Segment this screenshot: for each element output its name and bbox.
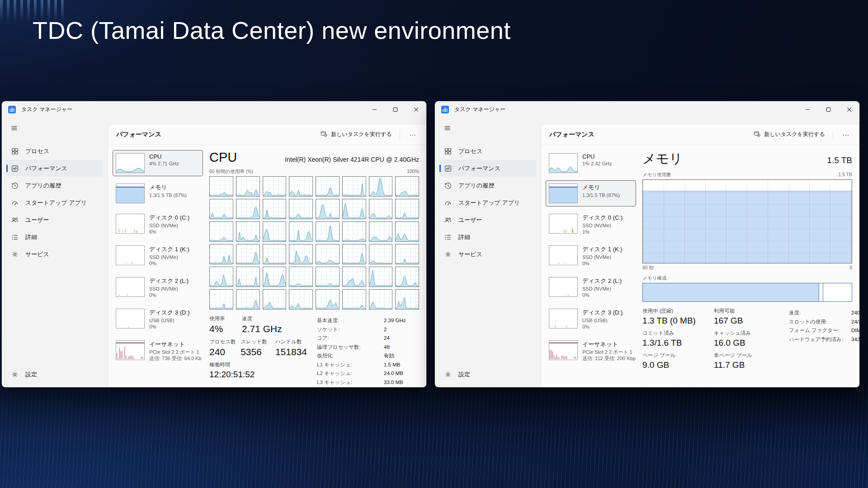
perf-list-item-disk0[interactable]: ディスク 0 (C:)SSD (NVMe)1% (546, 211, 636, 238)
perf-list-item-disk[interactable]: ディスク 2 (L:)SSD (NVMe)0% (113, 274, 203, 301)
sidebar-item-services[interactable]: サービス (6, 246, 103, 263)
perf-list-item-eth[interactable]: イーサネットPCIe Slot 2 2 ポート 1送信: 112 受信: 200… (546, 337, 636, 365)
perf-item-sub: 1% (582, 229, 623, 235)
minimize-button[interactable] (797, 101, 818, 117)
perf-item-sub: PCIe Slot 2 2 ポート 1 (149, 349, 200, 355)
sidebar-item-app-history[interactable]: アプリの履歴 (439, 177, 536, 194)
selected-indicator (6, 164, 8, 172)
perf-list-item-disk[interactable]: ディスク 2 (L:)SSD (NVMe)0% (546, 274, 636, 301)
run-task-label: 新しいタスクを実行する (764, 131, 825, 138)
cpu-core-graph (263, 176, 287, 197)
cpu-core-graph (395, 267, 419, 287)
sidebar-item-app-history[interactable]: アプリの履歴 (6, 177, 103, 194)
cpu-core-graph (289, 244, 313, 264)
perf-list-item-mem[interactable]: メモリ1.3/1.5 TB (87%) (546, 180, 636, 206)
disk-thumbnail-graph (549, 245, 578, 265)
more-options-button[interactable]: ... (404, 128, 422, 141)
sidebar-item-services[interactable]: サービス (439, 246, 536, 263)
cpu-thumbnail-graph (116, 153, 145, 173)
paged-pool-value: 9.0 GB (642, 360, 714, 370)
perf-list-item-eth[interactable]: イーサネットPCIe Slot 2 2 ポート 1送信: 736 受信: 64.… (113, 337, 203, 365)
more-options-button[interactable]: ... (837, 128, 855, 141)
handles-value: 151834 (275, 347, 307, 357)
header-divider (400, 130, 400, 140)
uptime-value: 12:20:51:52 (209, 370, 255, 380)
perf-item-name: イーサネット (149, 340, 200, 348)
perf-item-name: CPU (149, 153, 179, 160)
run-new-task-button[interactable]: 新しいタスクを実行する (749, 127, 829, 142)
perf-item-sub: SSD (NVMe) (149, 222, 189, 229)
sidebar-item-label: プロセス (458, 147, 482, 155)
sidebar-item-settings[interactable]: 設定 (439, 366, 536, 383)
perf-item-sub: 0% (149, 292, 189, 298)
perf-item-name: ディスク 2 (L:) (149, 277, 189, 285)
maximize-button[interactable] (385, 101, 406, 117)
perf-list-item-disk[interactable]: ディスク 3 (D:)USB (USB)0% (546, 305, 636, 333)
sidebar-item-users[interactable]: ユーザー (439, 211, 536, 228)
sidebar-item-settings[interactable]: 設定 (6, 366, 103, 383)
nav-rail: プロセスパフォーマンスアプリの履歴スタートアップ アプリユーザー詳細サービス 設… (2, 117, 108, 387)
memory-graph-label: メモリ使用量 (642, 172, 671, 178)
close-button[interactable] (406, 101, 426, 117)
run-new-task-button[interactable]: 新しいタスクを実行する (316, 127, 396, 142)
mem-thumbnail-graph (116, 183, 145, 203)
sidebar-item-processes[interactable]: プロセス (6, 143, 103, 160)
usage-label: 使用率 (209, 315, 242, 322)
committed-label: コミット済み (642, 330, 714, 337)
sidebar-item-details[interactable]: 詳細 (6, 229, 103, 245)
minimize-button[interactable] (364, 101, 385, 117)
hamburger-menu-icon[interactable] (5, 120, 23, 136)
speed-label: 速度 (242, 315, 307, 322)
perf-item-sub: 1.3/1.5 TB (87%) (582, 192, 620, 198)
perf-list-item-disk[interactable]: ディスク 1 (K:)SSD (NVMe)0% (546, 242, 636, 270)
pane-header: パフォーマンス 新しいタスクを実行する ... (108, 124, 426, 145)
perf-list-item-disk0[interactable]: ディスク 0 (C:)SSD (NVMe)6% (113, 211, 203, 238)
spec-value: 24 (384, 334, 390, 343)
memory-thumb-fill (116, 187, 144, 203)
spec-key: 仮想化: (317, 352, 384, 361)
cpu-core-graph (289, 221, 313, 242)
slide-title: TDC (Tamai Data Center) new environment (33, 16, 511, 44)
spec-key: L2 キャッシュ: (317, 369, 384, 378)
sidebar-item-label: パフォーマンス (25, 164, 67, 173)
composition-modified-segment (819, 283, 823, 301)
sidebar-item-performance[interactable]: パフォーマンス (6, 160, 103, 177)
memory-title: メモリ (642, 150, 683, 168)
cpu-core-graph (342, 267, 366, 287)
cached-label: キャッシュ済み (714, 330, 779, 337)
mem-thumbnail-graph (549, 183, 578, 203)
maximize-button[interactable] (818, 101, 839, 117)
run-task-label: 新しいタスクを実行する (331, 131, 392, 138)
cpu-core-graph (316, 199, 340, 219)
cpu-core-graph (316, 176, 340, 197)
disk0-thumbnail-graph (116, 214, 145, 234)
perf-item-name: メモリ (582, 183, 620, 192)
perf-list-item-disk[interactable]: ディスク 1 (K:)SSD (NVMe)0% (113, 242, 203, 270)
composition-used-segment (643, 283, 819, 301)
perf-list-item-disk[interactable]: ディスク 3 (D:)USB (USB)0% (113, 305, 203, 333)
sidebar-item-startup-apps[interactable]: スタートアップ アプリ (6, 194, 103, 211)
committed-value: 1.3/1.6 TB (642, 338, 714, 348)
sidebar-item-label: 詳細 (458, 233, 470, 241)
sidebar-item-performance[interactable]: パフォーマンス (439, 160, 536, 177)
cpu-core-graph (395, 289, 419, 310)
hamburger-menu-icon[interactable] (439, 120, 456, 136)
cpu-detail-pane: CPU Intel(R) Xeon(R) Silver 4214R CPU @ … (209, 149, 419, 387)
perf-list-item-cpu[interactable]: CPU4% 2.71 GHz (113, 150, 203, 176)
cpu-core-graph (289, 199, 313, 219)
page-title: パフォーマンス (116, 131, 161, 139)
close-button[interactable] (839, 101, 859, 117)
spec-value: 2400 MT/秒 (851, 309, 859, 318)
sidebar-item-users[interactable]: ユーザー (6, 211, 103, 228)
perf-list-item-cpu[interactable]: CPU1% 2.42 GHz (546, 150, 636, 176)
paged-pool-label: ページ プール (642, 352, 714, 359)
perf-list-item-mem[interactable]: メモリ1.3/1.5 TB (87%) (113, 180, 203, 206)
perf-item-sub: SSD (NVMe) (582, 286, 622, 292)
cpu-core-graph (236, 199, 260, 219)
memory-composition-bar (642, 283, 852, 302)
sidebar-item-details[interactable]: 詳細 (439, 229, 536, 245)
titlebar: タスク マネージャー (2, 101, 426, 117)
perf-item-sub: SSD (NVMe) (582, 254, 623, 260)
sidebar-item-startup-apps[interactable]: スタートアップ アプリ (439, 194, 536, 211)
sidebar-item-processes[interactable]: プロセス (439, 143, 536, 160)
